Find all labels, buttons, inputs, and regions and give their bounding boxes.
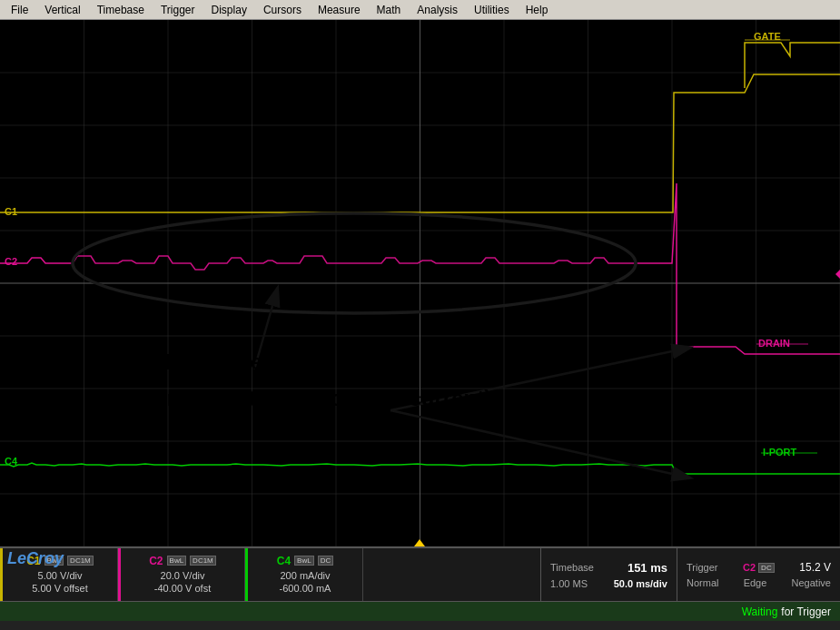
menu-display[interactable]: Display	[204, 2, 254, 18]
svg-text:C2: C2	[5, 256, 17, 267]
display-area: C1 GATE C2 DRAIN C4 I-PORT	[0, 20, 840, 546]
trigger-label: Trigger	[687, 562, 717, 573]
menu-timebase[interactable]: Timebase	[90, 2, 152, 18]
timebase-label: Timebase	[550, 562, 594, 573]
svg-point-35	[73, 213, 636, 313]
lecroy-logo: LeCroy	[7, 549, 64, 568]
c4-setting: C4 BwL DC 200 mA/div -600.00 mA	[245, 548, 363, 601]
c1-vdiv: 5.00 V/div	[38, 569, 83, 582]
timebase-sub-label: 1.00 MS	[550, 578, 588, 589]
waiting-prefix: Waiting	[742, 605, 778, 618]
waiting-suffix: for Trigger	[781, 605, 831, 618]
trigger-slope: Negative	[792, 577, 831, 588]
c4-mAdiv: 200 mA/div	[280, 569, 330, 582]
menu-measure[interactable]: Measure	[311, 2, 368, 18]
status-bar: C1 BwL DC1M 5.00 V/div 5.00 V offset C2 …	[0, 546, 840, 630]
trigger-level: 15.2 V	[799, 561, 831, 574]
c4-dc-badge: DC	[318, 556, 334, 566]
timebase-value: 151 ms	[628, 561, 667, 575]
menu-help[interactable]: Help	[519, 2, 556, 18]
menu-math[interactable]: Math	[370, 2, 409, 18]
c2-setting: C2 BwL DC1M 20.0 V/div -40.00 V ofst	[118, 548, 245, 601]
c1-offset: 5.00 V offset	[32, 582, 88, 595]
channel-settings: C1 BwL DC1M 5.00 V/div 5.00 V offset C2 …	[0, 546, 840, 601]
menu-cursors[interactable]: Cursors	[256, 2, 309, 18]
svg-text:I-PORT: I-PORT	[763, 447, 797, 458]
trigger-block: Trigger C2 DC 15.2 V Normal Edge Negativ…	[677, 548, 840, 601]
trigger-mode: Normal	[687, 577, 718, 588]
menubar: File Vertical Timebase Trigger Display C…	[0, 0, 840, 20]
trigger-source: C2	[743, 562, 756, 573]
menu-file[interactable]: File	[4, 2, 35, 18]
menu-vertical[interactable]: Vertical	[37, 2, 87, 18]
c2-label: C2	[149, 555, 163, 567]
c2-bwl-badge: BwL	[167, 556, 187, 566]
scope-container: C1 GATE C2 DRAIN C4 I-PORT	[0, 20, 840, 630]
c2-offset: -40.00 V ofst	[154, 582, 211, 595]
c2-vdiv: 20.0 V/div	[161, 569, 205, 582]
menu-analysis[interactable]: Analysis	[410, 2, 465, 18]
trigger-type: Edge	[744, 577, 767, 588]
c1-dc1m-badge: DC1M	[67, 556, 94, 566]
waiting-bar: Waiting for Trigger	[0, 601, 840, 621]
c4-offset: -600.00 mA	[280, 582, 331, 595]
svg-text:PD detected (four point): PD detected (four point)	[150, 349, 398, 374]
svg-text:One-event class (class 3 curre: One-event class (class 3 current)	[150, 386, 491, 410]
c4-bwl-badge: BwL	[294, 556, 314, 566]
trigger-dc-badge: DC	[758, 563, 775, 573]
svg-text:DRAIN: DRAIN	[758, 338, 790, 349]
menu-utilities[interactable]: Utilities	[467, 2, 517, 18]
menu-trigger[interactable]: Trigger	[153, 2, 203, 18]
waveform-display: C1 GATE C2 DRAIN C4 I-PORT	[0, 20, 840, 546]
timebase-sub-value: 50.0 ms/div	[614, 578, 667, 589]
timebase-block: Timebase 151 ms 1.00 MS 50.0 ms/div	[540, 548, 677, 601]
svg-text:C1: C1	[5, 206, 17, 217]
c2-dc1m-badge: DC1M	[190, 556, 216, 566]
c4-label: C4	[277, 555, 291, 567]
